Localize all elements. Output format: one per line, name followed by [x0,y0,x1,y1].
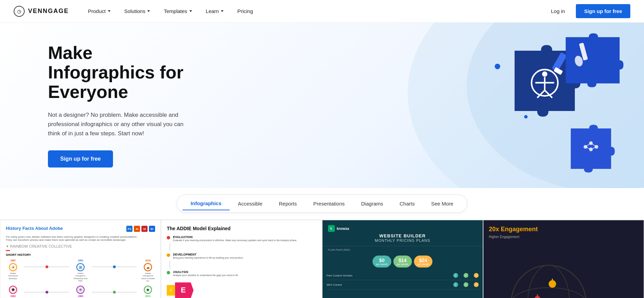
card1-red-bar [6,250,10,251]
plan-free: $0 per month [372,256,391,268]
signup-button-nav[interactable]: Sign up for free [576,4,630,18]
nav-item-product[interactable]: Product [83,5,116,17]
card3-row-seo: SEO Control ✓ ✓ ✓ [327,280,479,289]
gallery-card-adobe[interactable]: History Facts About Adobe Ps Ai Id Br Fo… [0,220,161,298]
addie-i-block: I [167,285,175,296]
hero-signup-button[interactable]: Sign up for free [48,150,113,167]
hero-subtitle: Not a designer? No problem. Make accessi… [48,110,192,138]
svg-point-21 [528,265,569,298]
timeline-item-2011: ◆ 2011 [141,286,155,298]
timeline-item-1982: ⬟ 1982 [6,286,20,298]
timeline-connector-3 [24,286,69,298]
addie-dot-development [167,253,170,257]
hero-content: Make Infographics for Everyone Not a des… [0,23,240,188]
login-button[interactable]: Log in [545,5,570,17]
id-badge: Id [141,226,148,232]
puzzle-piece-small-svg [562,33,623,88]
timeline-connector-1 [24,265,69,268]
card3-row-domain: Free Custom Domain ✓ ✓ ✓ [327,271,479,280]
chevron-down-icon [147,10,150,12]
chevron-down-icon [221,10,224,12]
addie-step-evaluation: EVALUATION Evaluate if your learning end… [167,235,316,242]
card3-brand: k knowza [328,225,477,232]
gallery: History Facts About Adobe Ps Ai Id Br Fo… [0,220,644,298]
tab-reports[interactable]: Reports [271,197,305,210]
timeline-row-2: ⬟ 1982 ⊕ 1989 ◆ [6,286,155,298]
gallery-card-engagement[interactable]: 20x Engagement Higher Engagement [483,220,644,298]
card1-title: History Facts About Adobe [6,226,63,231]
dot-accent-2 [524,115,528,119]
engagement-visual [489,243,638,298]
check-seo-free: ✓ [453,282,458,287]
chevron-down-icon [108,10,111,12]
check-domain-free: ✓ [453,273,458,278]
logo-text: VENNGAGE [28,8,69,15]
timeline-connector-2 [92,265,137,268]
knowza-name: knowza [337,227,349,231]
check-domain-24: ✓ [474,273,479,278]
tabs-inner: Infographics Accessible Reports Presenta… [177,195,467,213]
nav-actions: Log in Sign up for free [545,4,630,18]
timeline-item-1987: 1987 ☀ Adobe introduced Illustrator [6,259,20,280]
card4-subtitle: Higher Engagement [489,235,638,239]
nav-item-learn[interactable]: Learn [200,5,229,17]
hero-illustration [290,23,644,188]
tab-accessible[interactable]: Accessible [230,197,271,210]
card3-title: WEBSITE BUILDER [328,233,477,238]
tab-diagrams[interactable]: Diagrams [353,197,391,210]
knowza-icon: k [328,225,335,232]
card4-title: 20x Engagement [489,226,638,233]
ps-badge: Ps [126,226,132,232]
tabs-container: Infographics Accessible Reports Presenta… [0,195,644,220]
timeline-connector-4 [92,286,137,298]
nav-item-solutions[interactable]: Solutions [119,5,156,17]
card1-subtitle: For many years now, Adobe software has b… [6,235,155,241]
timeline-row: 1987 ☀ Adobe introduced Illustrator 1993… [6,259,155,282]
engagement-svg [489,243,638,298]
card3-header: k knowza WEBSITE BUILDER MONTHLY PRICING… [323,220,483,246]
check-seo-24: ✓ [474,282,479,287]
logo-icon: ◷ [14,6,25,17]
puzzle-piece-bottom-svg [565,123,617,174]
timeline-item-1989: ⊕ 1989 [73,286,88,298]
br-badge: Br [149,226,155,232]
card3-table: Free Custom Domain ✓ ✓ ✓ SEO Control ✓ ✓… [323,271,483,289]
addie-step-analysis: ANALYSIS Analyze your situation to under… [167,270,316,277]
nav-item-pricing[interactable]: Pricing [232,5,258,17]
addie-e-block: E [175,282,193,298]
tab-presentations[interactable]: Presentations [305,197,353,210]
svg-point-3 [542,72,547,77]
svg-point-22 [511,288,586,298]
addie-arrow-section: I E [167,282,316,298]
addie-step-development [167,243,316,251]
plan-14: $14 per month [393,256,412,268]
check-domain-14: ✓ [464,273,468,278]
logo[interactable]: ◷ VENNGAGE [14,6,69,17]
navbar: ◷ VENNGAGE Product Solutions Templates L… [0,0,644,23]
check-seo-14: ✓ [464,282,468,287]
svg-point-20 [511,265,586,298]
addie-dot-evaluation [167,236,170,239]
addie-arrow: I E [167,282,193,298]
plan-24: $24 per month [414,256,432,268]
nav-links: Product Solutions Templates Learn Pricin… [83,5,545,17]
hero-section: Make Infographics for Everyone Not a des… [0,23,644,188]
addie-dot-analysis [167,271,170,274]
nav-item-templates[interactable]: Templates [158,5,197,17]
addie-steps: EVALUATION Evaluate if your learning end… [167,235,316,277]
chevron-down-icon [189,10,192,12]
tab-charts[interactable]: Charts [391,197,423,210]
hero-title: Make Infographics for Everyone [48,43,192,102]
card1-section-title: SHORT HISTORY [6,253,155,257]
dot-accent-1 [495,64,500,69]
gallery-card-pricing[interactable]: k knowza WEBSITE BUILDER MONTHLY PRICING… [322,220,483,298]
timeline-item-1993: 1993 ⊞ Adobe changed to Photoshop and PD… [73,259,88,282]
timeline-item-2018: 2018 ☁ Adobe changed its name to Adobe I… [141,259,155,282]
tab-infographics[interactable]: Infographics [182,197,230,210]
plan-features-label: PLAN FEATURES [323,246,483,252]
addie-step-spacer [167,261,316,269]
ai-badge: Ai [134,226,140,232]
tab-see-more[interactable]: See More [423,197,462,210]
puzzle-container [290,23,644,188]
gallery-card-addie[interactable]: The ADDIE Model Explained EVALUATION Eva… [161,220,322,298]
